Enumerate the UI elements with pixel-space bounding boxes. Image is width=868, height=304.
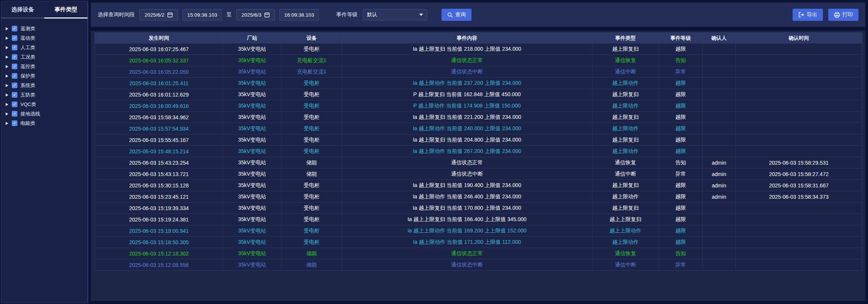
sidebar: 选择设备 事件类型 ✓ 遥测类 ✓ 遥信类 ✓ 人工类 ✓ 工况类 ✓ 遥控类 … [1,1,88,303]
tree-checkbox[interactable]: ✓ [12,64,17,69]
start-time-value: 15:09:38.103 [187,12,217,18]
cell-event-level: 越限 [659,100,703,112]
event-level-label: 事件等级 [336,11,358,18]
table-row[interactable]: 2025-06-03 15:43:13.721 35kV变电站 储能 通信状态中… [95,168,862,180]
tab-select-device[interactable]: 选择设备 [1,1,44,19]
tree-checkbox[interactable]: ✓ [12,111,17,117]
expand-arrow-icon[interactable] [6,84,8,87]
tree-checkbox[interactable]: ✓ [12,73,17,79]
cell-confirm-time [735,123,862,134]
tree-item[interactable]: ✓ 遥控类 [3,62,87,71]
export-button[interactable]: 导出 [793,9,823,21]
cell-device: 受电柜 [281,191,342,203]
start-date-value: 2025/6/2 [145,12,165,18]
table-row[interactable]: 2025-06-03 15:19:39.334 35kV变电站 受电柜 Ia 越… [95,203,862,214]
end-date-input[interactable]: 2025/6/3 [236,9,275,20]
column-header: 事件类型 [592,33,659,44]
start-time-input[interactable]: 15:09:38.103 [183,9,222,20]
tree-checkbox[interactable]: ✓ [12,92,17,98]
cell-event-level: 异常 [659,168,703,180]
table-row[interactable]: 2025-06-03 16:01:25.411 35kV变电站 受电柜 Ia 越… [95,78,862,89]
table-row[interactable]: 2025-06-03 15:48:15.214 35kV变电站 受电柜 Ia 越… [95,146,862,157]
cell-event-level: 越限 [659,225,703,237]
tree-item-label: 接地选线 [20,111,40,117]
table-row[interactable]: 2025-06-03 16:00:49.616 35kV变电站 受电柜 P 越上… [95,100,862,112]
cell-station: 35kV变电站 [223,134,281,146]
tree-item[interactable]: ✓ 接地选线 [3,109,87,118]
tree-checkbox[interactable]: ✓ [12,83,17,88]
tree-item-label: 工况类 [20,54,35,61]
tree-item[interactable]: ✓ VQC类 [3,100,87,109]
table-row[interactable]: 2025-06-03 15:19:00.941 35kV变电站 受电柜 Ia 越… [95,225,862,237]
tree-item[interactable]: ✓ 遥信类 [3,33,87,43]
expand-arrow-icon[interactable] [6,103,8,106]
expand-arrow-icon[interactable] [6,112,8,115]
cell-confirmer: admin [703,191,735,203]
table-row[interactable]: 2025-06-03 15:12:08.556 35kV变电站 储能 通信状态中… [95,259,862,271]
cell-device: 受电柜 [281,134,342,146]
expand-arrow-icon[interactable] [6,37,8,40]
expand-arrow-icon[interactable] [6,94,8,97]
cell-station: 35kV变电站 [223,55,281,66]
table-row[interactable]: 2025-06-03 15:19:24.381 35kV变电站 受电柜 Ia 越… [95,214,862,225]
tree-checkbox[interactable]: ✓ [12,101,17,107]
table-row[interactable]: 2025-06-03 15:12:18.302 35kV变电站 储能 通信状态正… [95,248,862,259]
table-row[interactable]: 2025-06-03 16:05:32.337 35kV变电站 充电桩交流1 通… [95,55,862,66]
start-date-input[interactable]: 2025/6/2 [139,9,178,20]
cell-event-type: 通信中断 [592,168,659,180]
chevron-down-icon [419,14,423,16]
cell-station: 35kV变电站 [223,44,281,55]
cell-occurrence-time: 2025-06-03 16:00:49.616 [95,100,223,112]
cell-event-type: 越上限复归 [592,180,659,191]
table-row[interactable]: 2025-06-03 16:05:22.050 35kV变电站 充电桩交流1 通… [95,66,862,78]
table-row[interactable]: 2025-06-03 16:01:12.629 35kV变电站 受电柜 P 越上… [95,89,862,100]
table-row[interactable]: 2025-06-03 15:23:45.121 35kV变电站 受电柜 Ia 越… [95,191,862,203]
cell-confirm-time [735,44,862,55]
expand-arrow-icon[interactable] [6,46,8,49]
table-row[interactable]: 2025-06-03 15:43:23.254 35kV变电站 储能 通信状态正… [95,157,862,168]
tree-checkbox[interactable]: ✓ [12,35,17,41]
cell-confirmer: admin [703,180,735,191]
tree-item[interactable]: ✓ 遥测类 [3,24,87,33]
table-row[interactable]: 2025-06-03 15:18:50.305 35kV变电站 受电柜 Ia 越… [95,237,862,248]
cell-confirmer [703,146,735,157]
cell-confirmer [703,78,735,89]
cell-confirm-time [735,112,862,123]
tree-item[interactable]: ✓ 系统类 [3,81,87,90]
cell-confirmer [703,237,735,248]
cell-device: 受电柜 [281,123,342,134]
end-time-input[interactable]: 16:09:38.103 [279,9,319,20]
tree-checkbox[interactable]: ✓ [12,26,17,31]
cell-confirm-time [735,248,862,259]
cell-device: 储能 [281,248,342,259]
tree-checkbox[interactable]: ✓ [12,45,17,50]
cell-occurrence-time: 2025-06-03 15:12:08.556 [95,259,223,271]
tree-item[interactable]: ✓ 工况类 [3,52,87,62]
tree-item-label: 保护类 [20,73,35,80]
cell-event-type: 越上限动作 [592,100,659,112]
tree-item[interactable]: ✓ 五防类 [3,90,87,100]
expand-arrow-icon[interactable] [6,27,8,30]
table-row[interactable]: 2025-06-03 15:57:54.934 35kV变电站 受电柜 Ia 越… [95,123,862,134]
tree-checkbox[interactable]: ✓ [12,120,17,126]
tree-item-label: 遥信类 [20,35,35,42]
tab-event-type[interactable]: 事件类型 [44,1,87,19]
cell-event-level: 越限 [659,44,703,55]
table-row[interactable]: 2025-06-03 15:55:45.167 35kV变电站 受电柜 Ia 越… [95,134,862,146]
event-level-select[interactable]: 默认 [363,9,427,20]
cell-confirmer [703,66,735,78]
tree-checkbox[interactable]: ✓ [12,54,17,60]
expand-arrow-icon[interactable] [6,122,8,125]
expand-arrow-icon[interactable] [6,56,8,59]
table-row[interactable]: 2025-06-03 15:58:34.962 35kV变电站 受电柜 Ia 越… [95,112,862,123]
query-button[interactable]: 查询 [442,9,471,21]
expand-arrow-icon[interactable] [6,75,8,78]
tree-item[interactable]: ✓ 人工类 [3,43,87,52]
tree-item[interactable]: ✓ 电能类 [3,118,87,128]
tree-item[interactable]: ✓ 保护类 [3,71,87,81]
table-row[interactable]: 2025-06-03 16:07:25.467 35kV变电站 受电柜 Ia 越… [95,44,862,55]
print-button[interactable]: 打印 [828,9,859,21]
expand-arrow-icon[interactable] [6,65,8,68]
cell-event-content: Ia 越上限动作 当前值 267.200 上限值 234.000 [342,146,592,157]
table-row[interactable]: 2025-06-03 15:30:15.128 35kV变电站 受电柜 Ia 越… [95,180,862,191]
